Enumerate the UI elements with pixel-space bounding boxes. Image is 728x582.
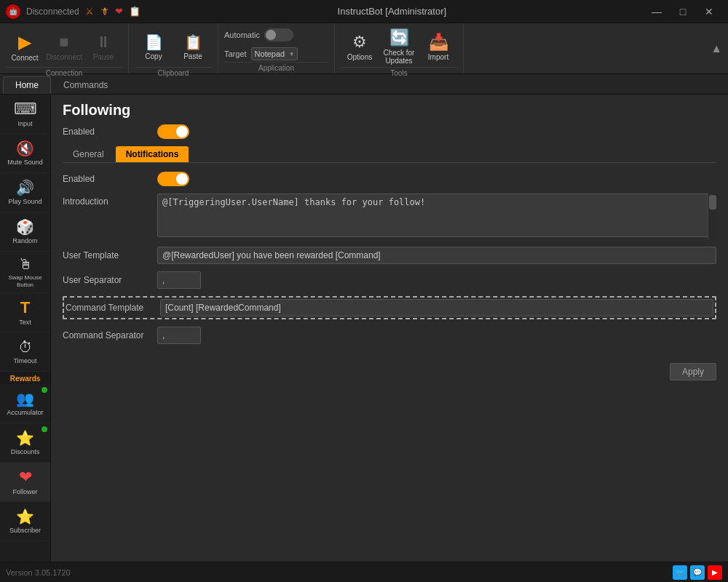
notif-enabled-label: Enabled [63,174,157,184]
follower-label: Follower [12,488,37,496]
tab-bar: Home Commands [0,74,728,95]
import-label: Import [428,53,448,61]
command-separator-row: Command Separator [63,327,716,344]
disconnect-label: Disconnect [46,53,82,61]
sidebar-item-random[interactable]: 🎲 Random [0,212,50,252]
connection-buttons: ▶ Connect ■ Disconnect ⏸ Pause [6,26,122,67]
bottom-bar: Version 3.05.1720 🐦 💬 ▶ [0,562,728,582]
sidebar-item-accumulator[interactable]: 👥 Accumulator [0,384,50,423]
subscriber-label: Subscriber [9,527,41,535]
copy-icon: 📄 [145,33,163,51]
paste-icon: 📋 [184,33,202,51]
title-icon-3: ❤ [115,6,123,17]
target-select[interactable]: Notepad [251,47,298,60]
tab-commands[interactable]: Commands [51,76,120,94]
play-sound-label: Play Sound [8,198,41,206]
enabled-label: Enabled [63,127,157,137]
notif-enabled-toggle[interactable] [157,172,189,186]
tools-section-label: Tools [341,67,457,77]
user-template-input[interactable] [157,247,716,264]
check-updates-icon: 🔄 [389,28,409,47]
input-label: Input [17,120,32,128]
options-button[interactable]: ⚙ Options [341,26,379,67]
sidebar-item-input[interactable]: ⌨ Input [0,95,50,134]
command-separator-input[interactable] [157,327,201,344]
pause-button[interactable]: ⏸ Pause [84,26,122,67]
sidebar-item-text[interactable]: T Text [0,293,50,332]
tools-buttons: ⚙ Options 🔄 Check for Updates 📥 Import [341,26,457,67]
tab-notifications[interactable]: Notifications [116,146,189,162]
sidebar-item-discounts[interactable]: ⭐ Discounts [0,423,50,463]
window-controls: — □ ✕ [644,1,722,22]
toolbar-collapse-button[interactable]: ▲ [711,23,728,73]
disconnected-status: Disconnected [26,7,79,17]
introduction-input[interactable] [157,194,716,237]
close-button[interactable]: ✕ [696,1,722,22]
check-updates-label: Check for Updates [381,49,416,65]
import-button[interactable]: 📥 Import [419,26,457,67]
mute-sound-label: Mute Sound [7,159,43,167]
input-icon: ⌨ [14,100,37,119]
command-template-input[interactable] [160,299,713,316]
sidebar-item-swap-mouse[interactable]: 🖱 Swap Mouse Button [0,252,50,293]
mute-sound-icon: 🔇 [16,140,34,157]
sidebar-item-mute-sound[interactable]: 🔇 Mute Sound [0,134,50,173]
maximize-button[interactable]: □ [670,1,696,22]
rewards-section-label: Rewards [0,372,50,384]
toolbar-application-section: Automatic Target Notepad Application [218,23,335,73]
command-template-label: Command Template [66,303,160,313]
connect-icon: ▶ [18,32,31,52]
paste-button[interactable]: 📋 Paste [174,26,212,67]
user-separator-row: User Separator [63,271,716,289]
tab-general[interactable]: General [63,146,114,162]
notif-enabled-knob [176,173,188,185]
apply-area: Apply [63,351,716,380]
disconnect-button[interactable]: ■ Disconnect [45,26,83,67]
play-sound-icon: 🔊 [16,179,34,196]
introduction-scrollbar[interactable] [708,194,716,239]
toolbar-connection-section: ▶ Connect ■ Disconnect ⏸ Pause Connectio… [0,23,129,73]
sidebar-item-follower[interactable]: ❤ Follower [0,463,50,502]
copy-button[interactable]: 📄 Copy [135,26,173,67]
enabled-toggle[interactable] [157,124,189,139]
introduction-row: Introduction [63,194,716,239]
timeout-icon: ⏱ [18,339,33,356]
user-separator-input[interactable] [157,271,201,289]
youtube-icon[interactable]: ▶ [708,565,722,580]
text-label: Text [19,319,31,327]
toolbar-tools-section: ⚙ Options 🔄 Check for Updates 📥 Import T… [335,23,464,73]
title-icon-1: ⚔ [85,6,94,17]
connection-section-label: Connection [6,67,122,77]
automatic-toggle-knob [266,30,276,40]
sidebar-item-play-sound[interactable]: 🔊 Play Sound [0,173,50,212]
apply-button[interactable]: Apply [670,363,716,380]
content-title: Following [51,95,728,124]
sidebar-item-timeout[interactable]: ⏱ Timeout [0,332,50,372]
introduction-scrollbar-thumb [709,195,716,210]
text-icon: T [20,298,30,317]
tab-home[interactable]: Home [3,76,51,94]
subscriber-icon: ⭐ [16,508,34,525]
discord-icon[interactable]: 💬 [690,565,705,580]
import-icon: 📥 [429,33,448,52]
target-label: Target [224,49,247,58]
minimize-button[interactable]: — [644,1,670,22]
toolbar: ▶ Connect ■ Disconnect ⏸ Pause Connectio… [0,23,728,74]
command-template-row: Command Template [63,296,716,319]
title-bar: 🤖 Disconnected ⚔ 🗡 ❤ 📋 InstructBot [Admi… [0,0,728,23]
automatic-toggle[interactable] [264,28,293,41]
notifications-panel: Enabled Introduction [63,172,716,344]
check-updates-button[interactable]: 🔄 Check for Updates [380,26,418,67]
notif-enabled-row: Enabled [63,172,716,186]
random-label: Random [12,237,37,245]
timeout-label: Timeout [13,357,36,365]
sidebar-item-subscriber[interactable]: ⭐ Subscriber [0,502,50,541]
twitter-icon[interactable]: 🐦 [673,565,687,580]
accumulator-label: Accumulator [7,409,43,417]
discounts-indicator [41,426,47,432]
enabled-row: Enabled [63,124,716,139]
connect-button[interactable]: ▶ Connect [6,26,44,67]
content-area: Following Enabled General Notifications … [51,95,728,562]
random-icon: 🎲 [16,218,34,236]
copy-label: Copy [145,52,162,60]
